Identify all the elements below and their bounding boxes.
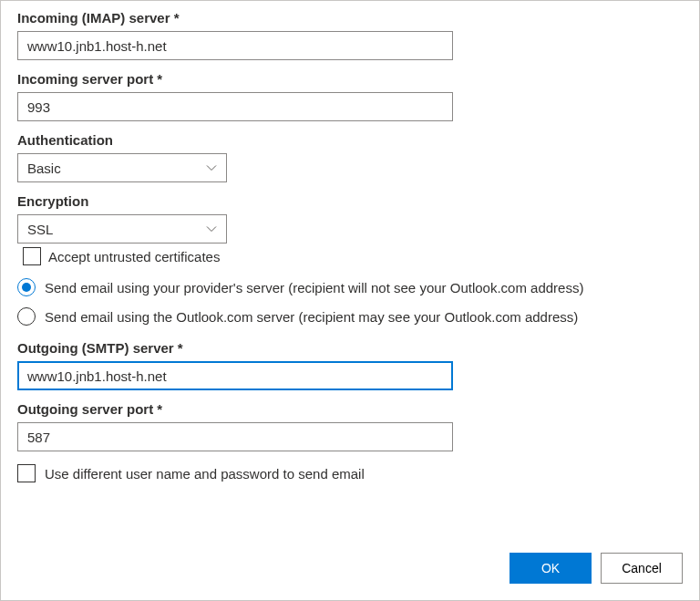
radio-selected-icon[interactable] (17, 278, 36, 296)
incoming-server-group: Incoming (IMAP) server * (17, 10, 683, 60)
outgoing-server-label: Outgoing (SMTP) server * (17, 340, 683, 356)
different-creds-checkbox[interactable] (17, 464, 36, 482)
incoming-port-group: Incoming server port * (17, 71, 683, 121)
incoming-server-label: Incoming (IMAP) server * (17, 10, 683, 26)
chevron-down-icon (206, 162, 217, 173)
send-route-radio-group: Send email using your provider's server … (17, 278, 683, 326)
encryption-label: Encryption (17, 193, 683, 209)
dialog-button-row: OK Cancel (510, 553, 683, 584)
authentication-label: Authentication (17, 132, 683, 148)
authentication-group: Authentication Basic (17, 132, 683, 182)
send-via-provider-row[interactable]: Send email using your provider's server … (17, 278, 683, 296)
outgoing-port-input[interactable] (17, 422, 453, 451)
chevron-down-icon (206, 223, 217, 234)
incoming-port-label: Incoming server port * (17, 71, 683, 87)
send-via-outlook-label: Send email using the Outlook.com server … (45, 309, 578, 325)
cancel-button[interactable]: Cancel (601, 553, 683, 584)
encryption-value: SSL (27, 222, 53, 237)
different-creds-label: Use different user name and password to … (45, 466, 365, 482)
authentication-select[interactable]: Basic (17, 153, 227, 182)
encryption-group: Encryption SSL Accept untrusted certific… (17, 193, 683, 265)
accept-untrusted-row: Accept untrusted certificates (17, 247, 683, 265)
outgoing-port-label: Outgoing server port * (17, 401, 683, 417)
email-server-settings-dialog: Incoming (IMAP) server * Incoming server… (0, 0, 700, 601)
radio-unselected-icon[interactable] (17, 307, 36, 326)
incoming-port-input[interactable] (17, 92, 453, 121)
encryption-select[interactable]: SSL (17, 214, 227, 244)
incoming-server-input[interactable] (17, 31, 453, 60)
accept-untrusted-label: Accept untrusted certificates (48, 249, 220, 264)
authentication-value: Basic (27, 161, 61, 176)
send-via-outlook-row[interactable]: Send email using the Outlook.com server … (17, 307, 683, 326)
ok-button[interactable]: OK (510, 553, 592, 584)
different-creds-row: Use different user name and password to … (17, 464, 683, 482)
accept-untrusted-checkbox[interactable] (23, 247, 41, 265)
outgoing-port-group: Outgoing server port * (17, 401, 683, 451)
outgoing-server-group: Outgoing (SMTP) server * (17, 340, 683, 390)
outgoing-server-input[interactable] (17, 361, 453, 390)
send-via-provider-label: Send email using your provider's server … (45, 280, 583, 295)
